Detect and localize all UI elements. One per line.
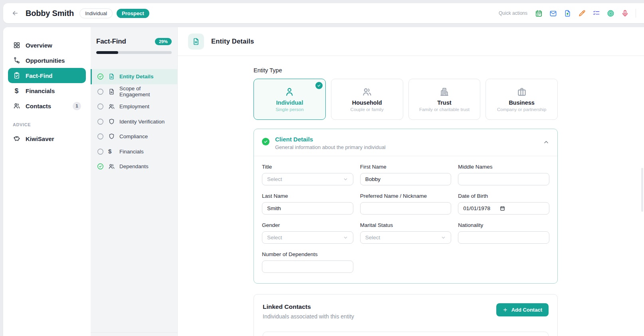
edit-pen-icon[interactable]: [578, 10, 586, 17]
step-label: Compliance: [119, 133, 148, 139]
middle-names-input[interactable]: [458, 173, 549, 185]
grid-icon: [13, 42, 20, 49]
sidebar-item-label: Opportunities: [26, 57, 65, 64]
sidebar-item-kiwisaver[interactable]: KiwiSaver: [8, 131, 86, 146]
entity-type-description: Company or partnership: [497, 107, 546, 112]
entity-type-business[interactable]: Business Company or partnership: [485, 79, 558, 120]
fact-find-panel-title: Fact-Find: [96, 38, 126, 46]
target-icon[interactable]: [607, 10, 614, 17]
progress-bar-fill: [96, 51, 118, 54]
select-value: Select: [365, 235, 380, 241]
calendar-icon[interactable]: [535, 10, 543, 17]
step-label: Financials: [119, 149, 144, 155]
client-details-header[interactable]: Client Details General information about…: [254, 129, 557, 156]
step-compliance[interactable]: Compliance: [91, 129, 177, 144]
collapse-chevron-up-icon[interactable]: [543, 139, 549, 145]
step-entity-details[interactable]: Entity Details: [91, 69, 177, 84]
last-name-input[interactable]: [262, 202, 353, 215]
field-label: Gender: [262, 222, 353, 228]
app-card: Overview Opportunities Fact-Find $ Finan…: [3, 27, 644, 336]
field-date-of-birth: Date of Birth 01/01/1978: [458, 193, 549, 215]
sidebar-item-fact-find[interactable]: Fact-Find: [8, 68, 86, 83]
contact-row[interactable]: BS Bobby Smith bob@bob.com Primary Conta…: [263, 332, 549, 336]
step-scope-of-engagement[interactable]: Scope of Engagement: [91, 84, 177, 99]
field-label: Last Name: [262, 193, 353, 199]
person-icon: [284, 87, 295, 97]
email-icon[interactable]: [549, 10, 557, 17]
task-list-icon[interactable]: [592, 10, 600, 17]
plus-icon: [503, 307, 508, 312]
step-identity-verification[interactable]: Identity Verification: [91, 114, 177, 129]
progress-bar: [96, 51, 172, 54]
chevron-down-icon: [441, 235, 446, 240]
chevron-down-icon: [343, 177, 348, 182]
field-marital-status: Marital Status Select: [360, 222, 452, 244]
status-badge: Prospect: [117, 9, 149, 18]
chevron-down-icon: [343, 235, 348, 240]
field-label: Number of Dependents: [262, 251, 353, 257]
entity-type-options: Individual Single person Household Coupl…: [254, 79, 558, 120]
linked-contacts-title: Linked Contacts: [263, 303, 354, 310]
shield-icon: [108, 133, 115, 140]
step-employment[interactable]: Employment: [91, 99, 177, 114]
toolbar-divider: [636, 9, 636, 18]
date-value: 01/01/1978: [463, 205, 490, 211]
entity-type-individual[interactable]: Individual Single person: [254, 79, 326, 120]
entity-type-trust[interactable]: Trust Family or charitable trust: [408, 79, 481, 120]
file-upload-icon[interactable]: [564, 10, 571, 17]
branch-icon: [13, 57, 20, 64]
piggy-bank-icon: [13, 135, 20, 143]
date-of-birth-input[interactable]: 01/01/1978: [458, 202, 549, 215]
entity-type-badge: Individual: [79, 8, 113, 18]
empty-circle-icon: [97, 103, 104, 110]
field-label: Date of Birth: [458, 193, 549, 199]
panel-footer: [91, 332, 177, 336]
title-select[interactable]: Select: [262, 173, 353, 185]
sidebar-item-opportunities[interactable]: Opportunities: [8, 53, 86, 68]
nationality-input[interactable]: [458, 231, 549, 244]
microphone-icon[interactable]: [621, 10, 629, 17]
page-icon-box: [188, 34, 204, 50]
scrollbar-thumb[interactable]: [641, 168, 643, 212]
empty-circle-icon: [97, 88, 104, 95]
dollar-icon: $: [13, 87, 20, 95]
linked-contacts-subtitle: Individuals associated with this entity: [263, 313, 354, 320]
page-title: Entity Details: [211, 38, 254, 45]
users-icon: [13, 102, 20, 110]
step-financials[interactable]: $ Financials: [91, 144, 177, 159]
back-button[interactable]: [10, 8, 21, 19]
document-icon: [108, 73, 115, 80]
field-first-name: First Name: [360, 164, 452, 185]
sidebar-item-label: Contacts: [26, 103, 51, 109]
empty-circle-icon: [97, 118, 104, 125]
shield-icon: [108, 118, 115, 125]
top-bar: Bobby Smith Individual Prospect Quick ac…: [3, 3, 644, 23]
select-value: Select: [267, 176, 282, 182]
sidebar-section-advice: ADVICE: [13, 122, 81, 127]
field-label: Title: [262, 164, 353, 170]
preferred-name-input[interactable]: [360, 202, 452, 215]
calendar-picker-icon[interactable]: [500, 206, 505, 211]
main-content: Entity Details Entity Type Individual Si…: [178, 27, 644, 336]
step-dependants[interactable]: Dependants: [91, 159, 177, 174]
clipboard-check-icon: [13, 72, 20, 80]
add-contact-button[interactable]: Add Contact: [496, 303, 549, 316]
check-circle-icon: [97, 73, 104, 80]
fact-find-panel: Fact-Find 29% Entity Details Scope of En…: [91, 27, 178, 336]
first-name-input[interactable]: [360, 173, 452, 185]
sidebar-item-contacts[interactable]: Contacts 1: [8, 98, 86, 113]
marital-status-select[interactable]: Select: [360, 231, 452, 244]
entity-type-household[interactable]: Household Couple or family: [331, 79, 403, 120]
briefcase-icon: [517, 87, 527, 97]
sidebar-item-financials[interactable]: $ Financials: [8, 83, 86, 98]
field-gender: Gender Select: [262, 222, 353, 244]
entity-type-name: Business: [509, 99, 534, 106]
step-label: Scope of Engagement: [119, 85, 172, 97]
step-label: Dependants: [119, 163, 149, 169]
sidebar-item-overview[interactable]: Overview: [8, 38, 86, 53]
number-of-dependents-input[interactable]: [262, 260, 353, 273]
sidebar-item-label: KiwiSaver: [26, 135, 54, 142]
entity-type-name: Individual: [276, 99, 303, 106]
selected-check-icon: [315, 82, 323, 89]
gender-select[interactable]: Select: [262, 231, 353, 244]
